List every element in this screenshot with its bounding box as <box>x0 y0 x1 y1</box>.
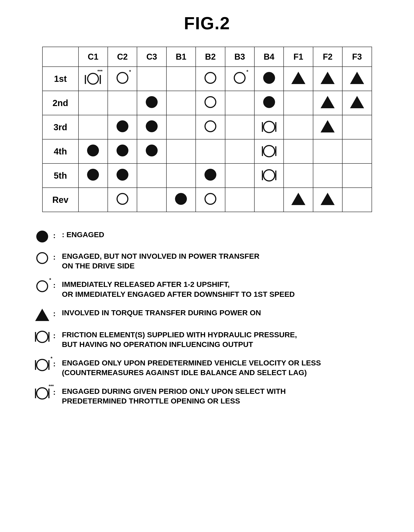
table-row: 4th <box>42 139 372 163</box>
legend-text-released: IMMEDIATELY RELEASED AFTER 1-2 UPSHIFT,O… <box>62 279 295 299</box>
circle-with-stars: *** <box>87 73 99 85</box>
filled-circle-icon <box>117 120 129 132</box>
legend-colon: : <box>53 230 62 240</box>
filled-circle-icon <box>204 169 216 181</box>
triangle-icon <box>291 193 305 205</box>
open-circle-icon <box>36 387 48 399</box>
cell-4th-f2 <box>313 139 342 163</box>
cell-5th-f2 <box>313 163 342 188</box>
bar-right-icon <box>48 360 49 370</box>
cell-1st-f3 <box>342 67 372 91</box>
gear-label: 3rd <box>42 115 78 139</box>
bar-right-icon <box>48 332 49 342</box>
hydraulic-star-icon: * <box>35 359 49 371</box>
table-row: 3rd <box>42 115 372 139</box>
cell-1st-b4 <box>254 67 284 91</box>
bar-left-icon: | <box>84 74 87 83</box>
legend-text-engaged: : ENGAGED <box>62 230 104 239</box>
cell-5th-b3 <box>225 163 254 188</box>
gear-label: 2nd <box>42 91 78 115</box>
triangle-icon <box>291 72 305 84</box>
hydraulic-icon <box>262 169 276 181</box>
open-circle-icon <box>87 73 99 85</box>
bar-left-icon <box>35 360 36 370</box>
cell-4th-b4 <box>254 139 284 163</box>
cell-2nd-f1 <box>284 91 313 115</box>
legend-colon: : <box>53 386 62 397</box>
triangle-icon <box>321 120 335 133</box>
cell-5th-c3 <box>137 163 166 188</box>
open-circle-star-icon: * <box>36 280 48 294</box>
cell-3rd-c2 <box>108 115 137 139</box>
legend-item-velocity: * : ENGAGED ONLY UPON PREDETERMINED VEHI… <box>31 358 383 377</box>
cell-1st-b1 <box>166 67 196 91</box>
cell-4th-f3 <box>342 139 372 163</box>
filled-circle-icon <box>117 169 129 181</box>
legend-colon: : <box>53 330 62 340</box>
cell-2nd-b3 <box>225 91 254 115</box>
cell-3rd-f2 <box>313 115 342 139</box>
cell-5th-b1 <box>166 163 196 188</box>
triangle-icon <box>35 309 49 321</box>
table-row: 2nd <box>42 91 372 115</box>
header-f2: F2 <box>313 47 342 67</box>
cell-rev-c1 <box>78 188 108 212</box>
triangle-icon <box>321 96 335 108</box>
cell-2nd-c3 <box>137 91 166 115</box>
cell-1st-b3: * <box>225 67 254 91</box>
legend-item-torque: : INVOLVED IN TORQUE TRANSFER DURING POW… <box>31 308 383 321</box>
header-f1: F1 <box>284 47 313 67</box>
triangle-icon <box>350 96 364 108</box>
open-circle-icon <box>263 121 275 133</box>
filled-circle-icon <box>87 144 99 156</box>
filled-circle-icon <box>146 144 158 156</box>
filled-circle-icon <box>117 144 129 156</box>
symbol-open-circle-star-c2: * <box>117 72 129 86</box>
header-f3: F3 <box>342 47 372 67</box>
bar-left-icon <box>35 389 36 398</box>
cell-2nd-b2 <box>196 91 225 115</box>
open-circle-icon <box>36 331 48 343</box>
gear-label: Rev <box>42 188 78 212</box>
header-b3: B3 <box>225 47 254 67</box>
gear-label: 5th <box>42 163 78 188</box>
open-circle-icon <box>234 72 246 84</box>
legend-symbol-triangle <box>31 308 53 321</box>
legend-item-engaged: : : ENGAGED <box>31 230 383 242</box>
legend-item-released: * : IMMEDIATELY RELEASED AFTER 1-2 UPSHI… <box>31 279 383 299</box>
cell-2nd-b1 <box>166 91 196 115</box>
cell-3rd-f3 <box>342 115 372 139</box>
legend-symbol-open-star: * <box>31 279 53 294</box>
cell-3rd-c1 <box>78 115 108 139</box>
cell-4th-b1 <box>166 139 196 163</box>
legend-text-period: ENGAGED DURING GIVEN PERIOD ONLY UPON SE… <box>62 386 286 406</box>
cell-3rd-c3 <box>137 115 166 139</box>
open-circle-icon <box>204 96 216 108</box>
cell-1st-c2: * <box>108 67 137 91</box>
open-circle-icon <box>204 72 216 84</box>
cell-2nd-f2 <box>313 91 342 115</box>
cell-4th-f1 <box>284 139 313 163</box>
cell-rev-f1 <box>284 188 313 212</box>
table-row: Rev <box>42 188 372 212</box>
cell-rev-b1 <box>166 188 196 212</box>
cell-3rd-f1 <box>284 115 313 139</box>
hydraulic-icon <box>35 331 49 343</box>
bar-left-icon <box>262 146 263 156</box>
legend-text-torque: INVOLVED IN TORQUE TRANSFER DURING POWER… <box>62 308 261 317</box>
cell-rev-c2 <box>108 188 137 212</box>
star-icon: * <box>247 69 248 75</box>
header-b1: B1 <box>166 47 196 67</box>
cell-3rd-b3 <box>225 115 254 139</box>
legend-symbol-filled <box>31 230 53 242</box>
gear-label: 1st <box>42 67 78 91</box>
cell-2nd-c2 <box>108 91 137 115</box>
page-title: FIG.2 <box>22 13 392 33</box>
legend-colon: : <box>53 358 62 369</box>
bar-right-icon <box>48 389 49 398</box>
bar-right-icon: | <box>99 74 101 83</box>
cell-5th-b4 <box>254 163 284 188</box>
open-circle-icon <box>263 145 275 157</box>
legend-colon: : <box>53 308 62 318</box>
legend-symbol-open <box>31 251 53 264</box>
